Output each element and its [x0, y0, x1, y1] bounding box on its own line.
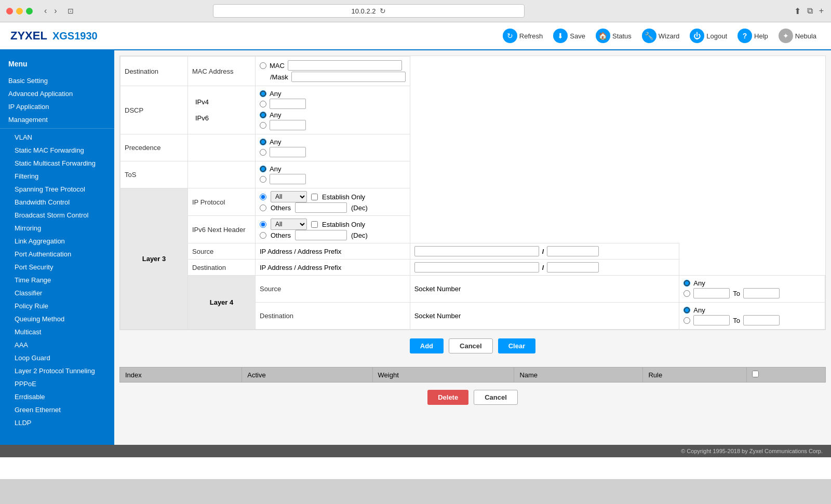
logout-button[interactable]: ⏻ Logout: [686, 26, 731, 45]
mac-radio-label: MAC: [270, 62, 285, 70]
dscp-ipv4-val-radio[interactable]: [260, 101, 266, 107]
dest-socket-any-group: Any: [683, 306, 821, 314]
sidebar-item-advanced-app[interactable]: Advanced Application: [0, 87, 114, 100]
source-prefix-input[interactable]: [547, 246, 599, 256]
dscp-ipv4-any-radio[interactable]: [260, 90, 266, 97]
src-socket-any-label: Any: [693, 279, 705, 287]
sidebar-item-filtering[interactable]: Filtering: [0, 170, 114, 183]
share-button[interactable]: ⬆: [793, 5, 802, 17]
dest-socket-range-radio[interactable]: [683, 317, 690, 324]
ipv6-hdr-others-input[interactable]: [295, 230, 347, 240]
dest-ip-input[interactable]: [414, 262, 539, 273]
sidebar-item-broadcast-storm[interactable]: Broadcast Storm Control: [0, 209, 114, 222]
status-button[interactable]: 🏠 Status: [592, 26, 636, 45]
source-label: Source: [188, 243, 256, 260]
wizard-button[interactable]: 🔧 Wizard: [638, 26, 683, 45]
forward-button[interactable]: ›: [51, 5, 60, 17]
tos-input[interactable]: [270, 174, 306, 184]
mac-radio[interactable]: [260, 62, 266, 69]
sidebar-item-port-security[interactable]: Port Security: [0, 261, 114, 274]
sidebar-item-l2pt[interactable]: Layer 2 Protocol Tunneling: [0, 364, 114, 377]
dest-ip-row-inner: /: [414, 262, 675, 273]
mac-address-cell: MAC /Mask: [256, 57, 410, 86]
tos-any-radio[interactable]: [260, 166, 266, 172]
ipv6-hdr-select[interactable]: All: [271, 219, 307, 230]
sidebar-item-multicast[interactable]: Multicast: [0, 325, 114, 338]
reload-button[interactable]: ↻: [380, 7, 386, 15]
sidebar-item-port-auth[interactable]: Port Authentication: [0, 248, 114, 261]
minimize-button[interactable]: [16, 8, 23, 15]
dscp-ipv6-input[interactable]: [270, 120, 306, 130]
clear-button[interactable]: Clear: [498, 338, 536, 353]
tos-val-radio[interactable]: [260, 176, 266, 183]
sidebar-item-ip-app[interactable]: IP Application: [0, 100, 114, 113]
src-socket-to-input[interactable]: [743, 288, 780, 298]
sidebar-item-vlan[interactable]: VLAN: [0, 131, 114, 144]
sidebar-item-bandwidth[interactable]: Bandwidth Control: [0, 196, 114, 209]
save-button[interactable]: ⬇ Save: [549, 26, 589, 45]
sidebar-item-lldp[interactable]: LLDP: [0, 416, 114, 429]
dest-socket-name-cell: Socket Number: [410, 303, 679, 330]
ip-proto-all-radio[interactable]: [260, 194, 266, 200]
close-button[interactable]: [6, 8, 13, 15]
src-socket-any-radio[interactable]: [683, 280, 690, 287]
sidebar-item-queuing[interactable]: Queuing Method: [0, 312, 114, 325]
sidebar-item-errdisable[interactable]: Errdisable: [0, 390, 114, 403]
refresh-button[interactable]: ↻ Refresh: [499, 26, 547, 45]
dest-socket-from-input[interactable]: [693, 315, 730, 325]
sidebar-item-policy-rule[interactable]: Policy Rule: [0, 299, 114, 312]
ip-proto-others-radio[interactable]: [260, 205, 266, 211]
source-ip-input[interactable]: [414, 246, 539, 256]
dest-prefix-input[interactable]: [547, 262, 599, 273]
sidebar-item-green-ethernet[interactable]: Green Ethernet: [0, 403, 114, 416]
sidebar-item-pppoe[interactable]: PPPoE: [0, 377, 114, 390]
dest-socket-to-input[interactable]: [743, 315, 780, 325]
cancel2-button[interactable]: Cancel: [474, 390, 518, 405]
dscp-ipv4-input[interactable]: [270, 99, 306, 109]
maximize-button[interactable]: [26, 8, 33, 15]
precedence-any-radio[interactable]: [260, 139, 266, 145]
select-all-checkbox[interactable]: [752, 371, 759, 377]
new-tab-button[interactable]: +: [818, 5, 825, 17]
precedence-input[interactable]: [270, 147, 306, 157]
ipv6-hdr-others-radio[interactable]: [260, 232, 266, 239]
url-text: 10.0.2.2: [351, 7, 376, 15]
ip-proto-select[interactable]: All TCP UDP: [271, 191, 307, 202]
sidebar-item-stp[interactable]: Spanning Tree Protocol: [0, 183, 114, 196]
delete-button[interactable]: Delete: [427, 390, 468, 405]
logout-label: Logout: [706, 32, 727, 40]
ipv6-hdr-establish-checkbox[interactable]: [311, 221, 318, 228]
sidebar-item-classifier[interactable]: Classifier: [0, 287, 114, 299]
sidebar-item-static-multicast[interactable]: Static Multicast Forwarding: [0, 157, 114, 170]
source-slash: /: [542, 248, 544, 255]
src-socket-range-radio[interactable]: [683, 290, 690, 297]
help-button[interactable]: ? Help: [733, 26, 772, 45]
dscp-ipv6-val-radio[interactable]: [260, 122, 266, 129]
dest-slash: /: [542, 264, 544, 271]
src-socket-from-input[interactable]: [693, 288, 730, 298]
precedence-val-radio[interactable]: [260, 149, 266, 156]
sidebar-item-time-range[interactable]: Time Range: [0, 274, 114, 287]
sidebar-item-static-mac[interactable]: Static MAC Forwarding: [0, 144, 114, 157]
cancel-button[interactable]: Cancel: [449, 338, 493, 353]
sidebar-item-loop-guard[interactable]: Loop Guard: [0, 351, 114, 364]
sidebar-item-aaa[interactable]: AAA: [0, 338, 114, 351]
sidebar-item-management[interactable]: Management: [0, 113, 114, 126]
ipv6-hdr-all-radio[interactable]: [260, 221, 266, 228]
dscp-ipv6-any-radio[interactable]: [260, 112, 266, 118]
destination-ip-name-cell: IP Address / Address Prefix: [256, 260, 410, 276]
dest-socket-any-radio[interactable]: [683, 307, 690, 314]
nebula-button[interactable]: ✦ Nebula: [774, 26, 821, 45]
add-button[interactable]: Add: [410, 338, 444, 353]
sidebar-item-link-agg[interactable]: Link Aggregation: [0, 235, 114, 248]
sidebar-item-mirroring[interactable]: Mirroring: [0, 222, 114, 235]
ip-proto-others-label: Others: [271, 204, 291, 212]
back-button[interactable]: ‹: [41, 5, 50, 17]
mac-mask-input[interactable]: [291, 72, 406, 82]
ip-proto-others-input[interactable]: [295, 202, 347, 213]
sidebar-item-basic-setting[interactable]: Basic Setting: [0, 74, 114, 87]
ip-proto-establish-checkbox[interactable]: [311, 194, 318, 200]
reader-button[interactable]: ⊡: [64, 6, 77, 16]
tab-manager-button[interactable]: ⧉: [806, 5, 814, 17]
mac-address-input[interactable]: [288, 60, 402, 71]
